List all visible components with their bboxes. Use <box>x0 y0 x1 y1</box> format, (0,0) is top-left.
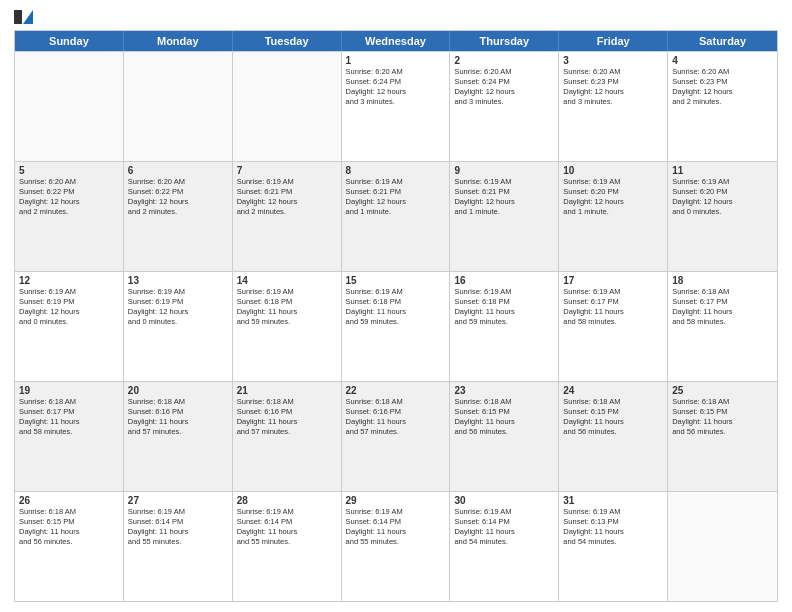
day-info: Sunrise: 6:18 AM Sunset: 6:17 PM Dayligh… <box>19 397 119 438</box>
day-info: Sunrise: 6:18 AM Sunset: 6:16 PM Dayligh… <box>128 397 228 438</box>
day-info: Sunrise: 6:19 AM Sunset: 6:18 PM Dayligh… <box>237 287 337 328</box>
day-number: 18 <box>672 275 773 286</box>
day-info: Sunrise: 6:20 AM Sunset: 6:22 PM Dayligh… <box>19 177 119 218</box>
day-number: 6 <box>128 165 228 176</box>
day-info: Sunrise: 6:20 AM Sunset: 6:23 PM Dayligh… <box>672 67 773 108</box>
day-info: Sunrise: 6:18 AM Sunset: 6:15 PM Dayligh… <box>672 397 773 438</box>
cal-cell: 23Sunrise: 6:18 AM Sunset: 6:15 PM Dayli… <box>450 382 559 491</box>
day-info: Sunrise: 6:20 AM Sunset: 6:22 PM Dayligh… <box>128 177 228 218</box>
day-number: 10 <box>563 165 663 176</box>
day-info: Sunrise: 6:19 AM Sunset: 6:20 PM Dayligh… <box>563 177 663 218</box>
day-number: 7 <box>237 165 337 176</box>
cal-cell: 25Sunrise: 6:18 AM Sunset: 6:15 PM Dayli… <box>668 382 777 491</box>
day-info: Sunrise: 6:18 AM Sunset: 6:17 PM Dayligh… <box>672 287 773 328</box>
cal-cell: 31Sunrise: 6:19 AM Sunset: 6:13 PM Dayli… <box>559 492 668 601</box>
cal-row-1: 5Sunrise: 6:20 AM Sunset: 6:22 PM Daylig… <box>15 161 777 271</box>
cal-cell <box>668 492 777 601</box>
cal-cell: 3Sunrise: 6:20 AM Sunset: 6:23 PM Daylig… <box>559 52 668 161</box>
day-number: 29 <box>346 495 446 506</box>
day-number: 15 <box>346 275 446 286</box>
cal-row-2: 12Sunrise: 6:19 AM Sunset: 6:19 PM Dayli… <box>15 271 777 381</box>
day-info: Sunrise: 6:19 AM Sunset: 6:20 PM Dayligh… <box>672 177 773 218</box>
day-info: Sunrise: 6:19 AM Sunset: 6:14 PM Dayligh… <box>237 507 337 548</box>
cal-cell: 18Sunrise: 6:18 AM Sunset: 6:17 PM Dayli… <box>668 272 777 381</box>
day-info: Sunrise: 6:18 AM Sunset: 6:15 PM Dayligh… <box>563 397 663 438</box>
cal-cell: 6Sunrise: 6:20 AM Sunset: 6:22 PM Daylig… <box>124 162 233 271</box>
day-info: Sunrise: 6:20 AM Sunset: 6:24 PM Dayligh… <box>454 67 554 108</box>
day-info: Sunrise: 6:19 AM Sunset: 6:19 PM Dayligh… <box>19 287 119 328</box>
calendar-body: 1Sunrise: 6:20 AM Sunset: 6:24 PM Daylig… <box>15 51 777 601</box>
cal-cell: 8Sunrise: 6:19 AM Sunset: 6:21 PM Daylig… <box>342 162 451 271</box>
day-number: 30 <box>454 495 554 506</box>
cal-cell <box>15 52 124 161</box>
cal-header-monday: Monday <box>124 31 233 51</box>
day-number: 21 <box>237 385 337 396</box>
page: SundayMondayTuesdayWednesdayThursdayFrid… <box>0 0 792 612</box>
cal-cell: 24Sunrise: 6:18 AM Sunset: 6:15 PM Dayli… <box>559 382 668 491</box>
cal-cell: 26Sunrise: 6:18 AM Sunset: 6:15 PM Dayli… <box>15 492 124 601</box>
cal-cell: 9Sunrise: 6:19 AM Sunset: 6:21 PM Daylig… <box>450 162 559 271</box>
day-number: 3 <box>563 55 663 66</box>
day-info: Sunrise: 6:19 AM Sunset: 6:14 PM Dayligh… <box>454 507 554 548</box>
day-number: 16 <box>454 275 554 286</box>
cal-header-thursday: Thursday <box>450 31 559 51</box>
cal-cell <box>233 52 342 161</box>
cal-cell: 19Sunrise: 6:18 AM Sunset: 6:17 PM Dayli… <box>15 382 124 491</box>
cal-cell <box>124 52 233 161</box>
cal-header-saturday: Saturday <box>668 31 777 51</box>
day-number: 22 <box>346 385 446 396</box>
day-number: 20 <box>128 385 228 396</box>
cal-cell: 5Sunrise: 6:20 AM Sunset: 6:22 PM Daylig… <box>15 162 124 271</box>
day-number: 2 <box>454 55 554 66</box>
cal-row-3: 19Sunrise: 6:18 AM Sunset: 6:17 PM Dayli… <box>15 381 777 491</box>
cal-cell: 13Sunrise: 6:19 AM Sunset: 6:19 PM Dayli… <box>124 272 233 381</box>
day-number: 31 <box>563 495 663 506</box>
day-number: 4 <box>672 55 773 66</box>
day-info: Sunrise: 6:18 AM Sunset: 6:16 PM Dayligh… <box>237 397 337 438</box>
cal-row-0: 1Sunrise: 6:20 AM Sunset: 6:24 PM Daylig… <box>15 51 777 161</box>
cal-cell: 11Sunrise: 6:19 AM Sunset: 6:20 PM Dayli… <box>668 162 777 271</box>
day-info: Sunrise: 6:20 AM Sunset: 6:24 PM Dayligh… <box>346 67 446 108</box>
day-info: Sunrise: 6:19 AM Sunset: 6:21 PM Dayligh… <box>237 177 337 218</box>
cal-header-wednesday: Wednesday <box>342 31 451 51</box>
cal-cell: 30Sunrise: 6:19 AM Sunset: 6:14 PM Dayli… <box>450 492 559 601</box>
day-info: Sunrise: 6:18 AM Sunset: 6:15 PM Dayligh… <box>454 397 554 438</box>
cal-cell: 21Sunrise: 6:18 AM Sunset: 6:16 PM Dayli… <box>233 382 342 491</box>
day-info: Sunrise: 6:19 AM Sunset: 6:13 PM Dayligh… <box>563 507 663 548</box>
day-number: 5 <box>19 165 119 176</box>
day-info: Sunrise: 6:19 AM Sunset: 6:17 PM Dayligh… <box>563 287 663 328</box>
day-number: 27 <box>128 495 228 506</box>
cal-cell: 28Sunrise: 6:19 AM Sunset: 6:14 PM Dayli… <box>233 492 342 601</box>
cal-cell: 15Sunrise: 6:19 AM Sunset: 6:18 PM Dayli… <box>342 272 451 381</box>
day-number: 19 <box>19 385 119 396</box>
cal-cell: 1Sunrise: 6:20 AM Sunset: 6:24 PM Daylig… <box>342 52 451 161</box>
day-info: Sunrise: 6:19 AM Sunset: 6:14 PM Dayligh… <box>128 507 228 548</box>
cal-cell: 27Sunrise: 6:19 AM Sunset: 6:14 PM Dayli… <box>124 492 233 601</box>
day-info: Sunrise: 6:19 AM Sunset: 6:21 PM Dayligh… <box>454 177 554 218</box>
calendar-header: SundayMondayTuesdayWednesdayThursdayFrid… <box>15 31 777 51</box>
cal-cell: 20Sunrise: 6:18 AM Sunset: 6:16 PM Dayli… <box>124 382 233 491</box>
day-info: Sunrise: 6:20 AM Sunset: 6:23 PM Dayligh… <box>563 67 663 108</box>
cal-cell: 12Sunrise: 6:19 AM Sunset: 6:19 PM Dayli… <box>15 272 124 381</box>
day-number: 26 <box>19 495 119 506</box>
day-info: Sunrise: 6:19 AM Sunset: 6:19 PM Dayligh… <box>128 287 228 328</box>
calendar: SundayMondayTuesdayWednesdayThursdayFrid… <box>14 30 778 602</box>
day-number: 23 <box>454 385 554 396</box>
day-number: 28 <box>237 495 337 506</box>
cal-row-4: 26Sunrise: 6:18 AM Sunset: 6:15 PM Dayli… <box>15 491 777 601</box>
day-info: Sunrise: 6:19 AM Sunset: 6:18 PM Dayligh… <box>346 287 446 328</box>
day-number: 12 <box>19 275 119 286</box>
day-number: 25 <box>672 385 773 396</box>
cal-cell: 7Sunrise: 6:19 AM Sunset: 6:21 PM Daylig… <box>233 162 342 271</box>
cal-header-sunday: Sunday <box>15 31 124 51</box>
day-number: 9 <box>454 165 554 176</box>
day-number: 17 <box>563 275 663 286</box>
cal-cell: 16Sunrise: 6:19 AM Sunset: 6:18 PM Dayli… <box>450 272 559 381</box>
day-info: Sunrise: 6:19 AM Sunset: 6:18 PM Dayligh… <box>454 287 554 328</box>
cal-cell: 17Sunrise: 6:19 AM Sunset: 6:17 PM Dayli… <box>559 272 668 381</box>
cal-cell: 2Sunrise: 6:20 AM Sunset: 6:24 PM Daylig… <box>450 52 559 161</box>
cal-header-friday: Friday <box>559 31 668 51</box>
cal-header-tuesday: Tuesday <box>233 31 342 51</box>
cal-cell: 4Sunrise: 6:20 AM Sunset: 6:23 PM Daylig… <box>668 52 777 161</box>
logo <box>14 10 37 24</box>
